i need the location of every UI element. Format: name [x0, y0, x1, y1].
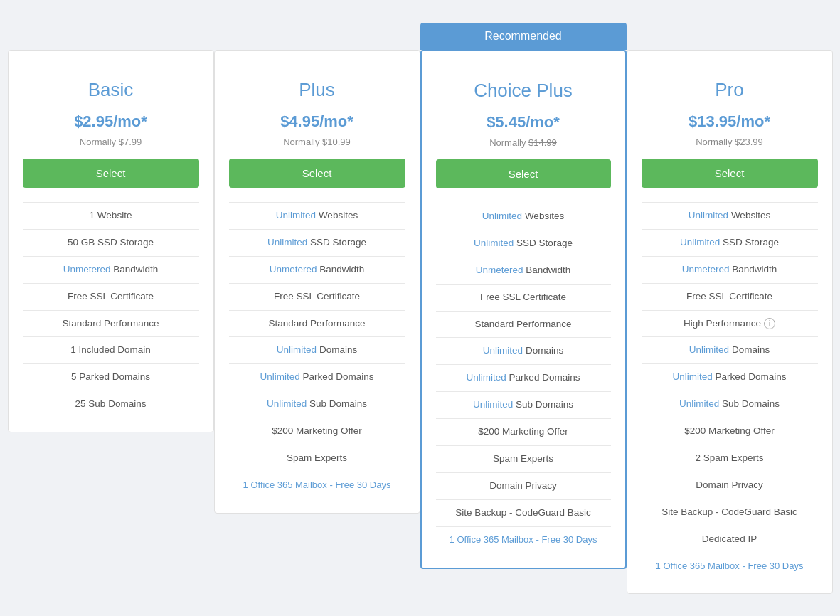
- feature-item: Spam Experts: [436, 445, 611, 472]
- plan-price-basic: $2.95/mo*: [23, 112, 199, 131]
- feature-list-basic: 1 Website50 GB SSD StorageUnmetered Band…: [23, 202, 199, 418]
- feature-highlight: Unlimited: [482, 211, 522, 221]
- office-365-link[interactable]: 1 Office 365 Mailbox - Free 30 Days: [243, 479, 391, 490]
- feature-item: 2 Spam Experts: [642, 445, 818, 472]
- feature-item: Unlimited Websites: [229, 202, 405, 229]
- select-button-basic[interactable]: Select: [23, 159, 199, 188]
- feature-item: Unlimited Websites: [436, 203, 611, 230]
- plan-normal-price-choice-plus: Normally $14.99: [436, 137, 611, 148]
- feature-highlight: Unmetered: [682, 264, 730, 275]
- plan-card-choice-plus: RecommendedChoice Plus$5.45/mo*Normally …: [420, 50, 627, 569]
- feature-item: Unlimited SSD Storage: [436, 230, 611, 257]
- feature-item: Unlimited Parked Domains: [642, 363, 818, 391]
- plan-normal-price-basic: Normally $7.99: [23, 137, 199, 147]
- plan-card-basic: Basic$2.95/mo*Normally $7.99Select1 Webs…: [8, 50, 214, 432]
- plan-card-plus: Plus$4.95/mo*Normally $10.99SelectUnlimi…: [214, 50, 420, 514]
- feature-item: Unlimited Sub Domains: [229, 391, 405, 418]
- feature-item: 25 Sub Domains: [23, 391, 199, 418]
- feature-highlight: Unlimited: [474, 238, 514, 248]
- feature-highlight: Unlimited: [673, 371, 713, 382]
- feature-highlight: Unlimited: [473, 399, 513, 410]
- plan-name-basic: Basic: [23, 79, 199, 101]
- feature-item: Unlimited Sub Domains: [436, 391, 611, 418]
- feature-item: High Performancei: [642, 310, 818, 337]
- feature-item: Free SSL Certificate: [642, 283, 818, 310]
- feature-item: Free SSL Certificate: [436, 284, 611, 311]
- feature-item: Site Backup - CodeGuard Basic: [436, 499, 611, 526]
- feature-item: 1 Included Domain: [23, 336, 199, 363]
- feature-item: Domain Privacy: [436, 472, 611, 499]
- feature-list-choice-plus: Unlimited WebsitesUnlimited SSD StorageU…: [436, 203, 611, 553]
- plan-price-pro: $13.95/mo*: [642, 112, 818, 131]
- plan-name-plus: Plus: [229, 79, 405, 101]
- feature-highlight: Unlimited: [467, 372, 506, 383]
- feature-item: Unmetered Bandwidth: [23, 256, 199, 283]
- feature-highlight: Unlimited: [680, 237, 720, 248]
- office-365-link[interactable]: 1 Office 365 Mailbox - Free 30 Days: [656, 561, 804, 571]
- plan-name-pro: Pro: [642, 79, 818, 101]
- select-button-pro[interactable]: Select: [642, 159, 818, 188]
- feature-highlight: Unmetered: [270, 264, 317, 275]
- feature-highlight: Unlimited: [277, 344, 317, 355]
- feature-item: 1 Office 365 Mailbox - Free 30 Days: [229, 472, 405, 499]
- feature-item: Unlimited Parked Domains: [436, 364, 611, 391]
- feature-item: Unmetered Bandwidth: [229, 256, 405, 283]
- feature-item: Standard Performance: [229, 310, 405, 337]
- feature-item: 5 Parked Domains: [23, 363, 199, 391]
- feature-item: $200 Marketing Offer: [642, 418, 818, 445]
- feature-item: Dedicated IP: [642, 526, 818, 553]
- plan-price-plus: $4.95/mo*: [229, 112, 405, 131]
- feature-item: 1 Website: [23, 202, 199, 229]
- plan-normal-price-plus: Normally $10.99: [229, 137, 405, 147]
- feature-item: Unmetered Bandwidth: [642, 256, 818, 283]
- feature-item: Unlimited Domains: [642, 336, 818, 363]
- select-button-plus[interactable]: Select: [229, 159, 405, 188]
- feature-item: $200 Marketing Offer: [436, 418, 611, 445]
- feature-highlight: Unmetered: [476, 265, 523, 275]
- select-button-choice-plus[interactable]: Select: [436, 159, 611, 188]
- feature-highlight: Unlimited: [260, 371, 300, 382]
- feature-highlight: Unmetered: [63, 264, 111, 275]
- feature-item: Unlimited Parked Domains: [229, 363, 405, 391]
- feature-item: $200 Marketing Offer: [229, 418, 405, 445]
- feature-item: 50 GB SSD Storage: [23, 229, 199, 256]
- feature-item: Spam Experts: [229, 445, 405, 472]
- plan-normal-price-pro: Normally $23.99: [642, 137, 818, 147]
- feature-item: Domain Privacy: [642, 472, 818, 499]
- feature-list-pro: Unlimited WebsitesUnlimited SSD StorageU…: [642, 202, 818, 579]
- feature-item: Unlimited SSD Storage: [229, 229, 405, 256]
- feature-item: Unlimited Domains: [436, 337, 611, 364]
- feature-item: Unlimited Sub Domains: [642, 391, 818, 418]
- feature-highlight: Unlimited: [276, 210, 316, 221]
- plans-container: Basic$2.95/mo*Normally $7.99Select1 Webs…: [14, 14, 826, 594]
- feature-item: Unlimited Domains: [229, 336, 405, 363]
- feature-highlight: Unlimited: [483, 345, 523, 356]
- feature-item: Free SSL Certificate: [229, 283, 405, 310]
- info-icon[interactable]: i: [764, 318, 775, 329]
- feature-item: Free SSL Certificate: [23, 283, 199, 310]
- feature-item: Standard Performance: [436, 311, 611, 338]
- feature-list-plus: Unlimited WebsitesUnlimited SSD StorageU…: [229, 202, 405, 499]
- feature-highlight: Unlimited: [679, 398, 719, 409]
- office-365-link[interactable]: 1 Office 365 Mailbox - Free 30 Days: [450, 534, 597, 545]
- feature-highlight: Unlimited: [689, 210, 728, 221]
- feature-item: Unmetered Bandwidth: [436, 257, 611, 284]
- plan-price-choice-plus: $5.45/mo*: [436, 113, 611, 132]
- feature-highlight: Unlimited: [267, 398, 307, 409]
- feature-item: Unlimited SSD Storage: [642, 229, 818, 256]
- feature-item: 1 Office 365 Mailbox - Free 30 Days: [642, 553, 818, 580]
- plan-name-choice-plus: Choice Plus: [436, 80, 611, 102]
- feature-item: Site Backup - CodeGuard Basic: [642, 499, 818, 526]
- recommended-badge: Recommended: [420, 23, 627, 50]
- feature-item: Unlimited Websites: [642, 202, 818, 229]
- feature-item: Standard Performance: [23, 310, 199, 337]
- feature-highlight: Unlimited: [689, 344, 729, 355]
- feature-highlight: Unlimited: [267, 237, 307, 248]
- plan-card-pro: Pro$13.95/mo*Normally $23.99SelectUnlimi…: [627, 50, 833, 594]
- feature-item: 1 Office 365 Mailbox - Free 30 Days: [436, 526, 611, 553]
